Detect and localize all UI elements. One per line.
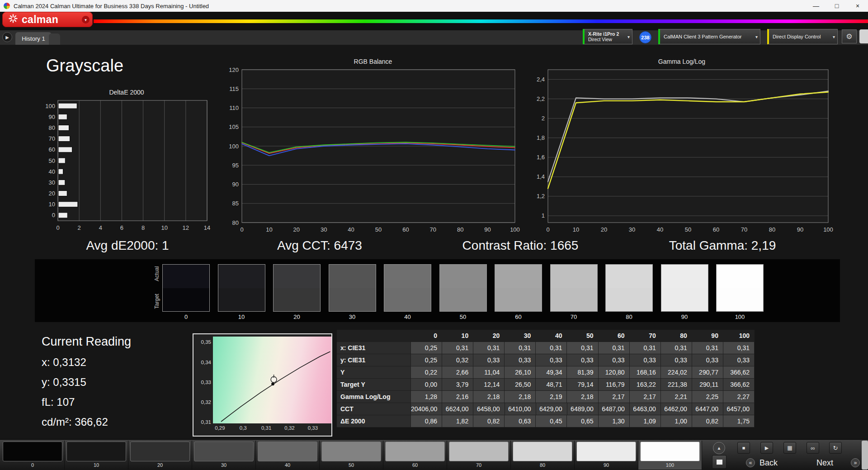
pattern-patch-label: 80 [513, 462, 572, 468]
right-panel-edge[interactable] [859, 29, 868, 43]
table-value-cell: 1,00 [661, 415, 692, 427]
table-header-cell: 70 [630, 330, 661, 342]
table-value-cell: 12,14 [473, 379, 505, 391]
swatch-actual [495, 265, 542, 288]
current-reading-title: Current Reading [42, 335, 131, 349]
link-button[interactable]: ∞ [807, 442, 819, 454]
pattern-patch-button[interactable]: 40 [256, 441, 320, 470]
pattern-patch-button[interactable]: 10 [65, 441, 128, 470]
meter-dropdown[interactable]: X-Rite i1Pro 2 Direct View ▾ [583, 29, 632, 44]
minimize-button[interactable]: — [806, 0, 826, 12]
swatch-level-label: 80 [605, 313, 653, 320]
back-chevron-icon[interactable]: « [746, 458, 755, 467]
pattern-generator-dropdown[interactable]: CalMAN Client 3 Pattern Generator ▾ [658, 29, 760, 44]
table-value-cell: 0,31 [661, 342, 692, 354]
pattern-patch-button[interactable]: 30 [192, 441, 256, 470]
swatch-level-label: 20 [273, 313, 321, 320]
stop-button[interactable]: ■ [737, 442, 750, 454]
table-value-cell: 0,31 [442, 342, 473, 354]
table-value-cell: 6624,00 [442, 403, 473, 415]
table-value-cell: 26,10 [505, 366, 536, 379]
pattern-patch-label: 40 [258, 462, 317, 468]
pattern-patch-button[interactable]: 0 [1, 441, 65, 470]
table-header-cell: 50 [567, 330, 598, 342]
table-value-cell: 2,66 [442, 366, 473, 379]
table-value-cell: 120,80 [599, 366, 630, 379]
pattern-patch-label: 70 [449, 462, 509, 468]
gray-swatch: 50 [439, 264, 487, 320]
maximize-button[interactable]: □ [826, 0, 847, 12]
svg-text:2: 2 [542, 115, 545, 122]
table-value-cell: 0,33 [599, 354, 630, 366]
save-button[interactable]: ▦ [783, 442, 796, 454]
cie-chromaticity-panel: 0,350,340,330,320,310,290,30,310,320,33 [193, 333, 332, 437]
gray-swatch: 30 [329, 264, 376, 320]
table-value-cell: 0,31 [723, 342, 755, 354]
svg-text:20: 20 [601, 226, 607, 233]
swatch-target [606, 288, 652, 311]
table-value-cell: 0,65 [567, 415, 598, 427]
table-value-cell: 0,31 [630, 342, 661, 354]
table-row-label: Target Y [337, 379, 411, 391]
tab-history-1[interactable]: History 1 [15, 32, 52, 45]
cie-x-tick-label: 0,3 [234, 425, 252, 431]
pattern-patch-button[interactable]: 100 [638, 441, 702, 470]
table-value-cell: 6458,00 [473, 403, 505, 415]
cie-y-tick-label: 0,33 [194, 380, 211, 385]
bottom-right-panel-edge[interactable] [862, 441, 868, 470]
table-value-cell: 79,14 [567, 379, 598, 391]
window-title: Calman 2024 Calman Ultimate for Business… [14, 3, 209, 9]
logo-menu-chevron-icon[interactable]: ▾ [82, 16, 90, 24]
swatch-actual [274, 265, 320, 288]
table-value-cell: 0,82 [692, 415, 723, 427]
contrast-ratio-stat: Contrast Ratio: 1665 [448, 238, 593, 253]
next-button[interactable]: Next [816, 458, 833, 468]
reading-count-badge[interactable]: 238 [639, 31, 651, 43]
play-button[interactable]: ▶ [760, 442, 773, 454]
calman-logo-button[interactable]: calman ▾ [2, 12, 93, 27]
svg-text:30: 30 [629, 226, 635, 233]
brand-band: calman ▾ [0, 12, 868, 30]
display-control-name: Direct Display Control [773, 34, 828, 39]
svg-text:105: 105 [229, 123, 239, 130]
current-reading-panel: Current Reading x: 0,3132 y: 0,3315 fL: … [42, 335, 131, 436]
svg-text:2,4: 2,4 [537, 76, 545, 83]
cie-x-tick-label: 0,29 [211, 425, 229, 431]
swatch-actual [717, 265, 763, 288]
table-value-cell: 0,31 [536, 342, 567, 354]
table-value-cell: 0,33 [723, 354, 755, 366]
pattern-patch-button[interactable]: 50 [320, 441, 383, 470]
bottom-pattern-bar: 0102030405060708090100 ▲ ■ ▶ ▦ ∞ ↻ « Bac… [0, 439, 868, 470]
svg-text:1,2: 1,2 [537, 193, 545, 199]
tab-ghost[interactable] [49, 33, 60, 45]
pattern-window-button[interactable] [712, 455, 726, 469]
back-button[interactable]: Back [760, 458, 778, 468]
swatch-target [163, 288, 209, 311]
table-value-cell: 6487,00 [599, 403, 630, 415]
table-value-cell: 168,16 [630, 366, 661, 379]
eject-pattern-icon[interactable]: ▲ [713, 442, 725, 454]
pattern-patch-button[interactable]: 70 [447, 441, 511, 470]
refresh-button[interactable]: ↻ [829, 442, 842, 454]
settings-gear-icon[interactable]: ⚙ [842, 29, 857, 43]
gray-swatch: 20 [273, 264, 321, 320]
chevron-down-icon: ▾ [627, 34, 630, 39]
table-value-cell: 0,31 [567, 342, 598, 354]
pattern-patch-button[interactable]: 90 [575, 441, 638, 470]
table-value-cell: 3,79 [442, 379, 473, 391]
svg-text:70: 70 [49, 135, 55, 142]
svg-text:80: 80 [769, 226, 775, 233]
pattern-patch-label: 10 [66, 462, 126, 468]
svg-text:50: 50 [49, 157, 55, 164]
pattern-patch-button[interactable]: 60 [383, 441, 447, 470]
panel-expand-icon[interactable]: ▶ [2, 32, 12, 42]
pattern-patch-button[interactable]: 80 [511, 441, 575, 470]
swatch-actual [606, 265, 652, 288]
swatch-level-label: 50 [439, 313, 487, 320]
next-chevron-icon[interactable]: » [851, 458, 860, 467]
display-control-dropdown[interactable]: Direct Display Control ▾ [767, 29, 838, 44]
table-row-label: y: CIE31 [337, 354, 411, 366]
pattern-patch-button[interactable]: 20 [128, 441, 192, 470]
close-button[interactable]: × [847, 0, 868, 12]
table-value-cell: 116,79 [599, 379, 630, 391]
